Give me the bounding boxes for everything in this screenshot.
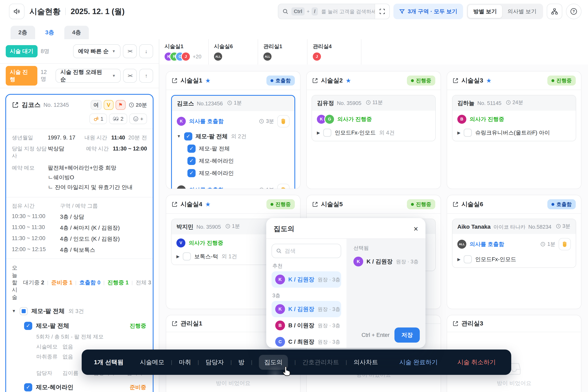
kbd-ctrl: Ctrl bbox=[291, 7, 304, 16]
patient-name: 김하늘 bbox=[457, 99, 474, 107]
room-structure-button[interactable] bbox=[547, 4, 562, 19]
doctor-option[interactable]: K K / 김원장 원장 · 3층 bbox=[272, 271, 341, 288]
star-icon[interactable]: ★ bbox=[346, 77, 351, 84]
action-operating-doctor[interactable]: 집도의 bbox=[259, 355, 288, 370]
ongoing-sort-value: 시술 진행 오래된 순 bbox=[60, 68, 109, 83]
call-status-text: 의사를 호출함 bbox=[470, 240, 504, 248]
doctor-search-field[interactable] bbox=[272, 244, 341, 258]
raise-hand-button[interactable] bbox=[558, 238, 571, 250]
strip-room-name: 관리실1 bbox=[264, 43, 302, 50]
item-checkbox[interactable]: ✓ bbox=[24, 383, 32, 392]
doctor-search-input[interactable] bbox=[284, 248, 337, 254]
caret-right-icon[interactable]: ▶ bbox=[317, 130, 320, 135]
treatment-tree-row[interactable]: ▶ 슈링크유니버스(울트라F) 아이 bbox=[457, 128, 571, 137]
room-card-3[interactable]: 시술실3 ★ 진행중 김하늘 No. 51145 24분 bbox=[447, 71, 582, 189]
action-treatment-memo[interactable]: 시술메모 bbox=[140, 358, 164, 366]
selected-doctor[interactable]: K K / 김원장 원장 · 3층 bbox=[352, 253, 419, 270]
treatment-group-row[interactable]: ▼ 제모-팔 전체 외 3건 bbox=[12, 307, 147, 315]
avatar: K bbox=[354, 257, 363, 266]
action-anesthesia[interactable]: 마취 bbox=[179, 358, 191, 366]
treatment-tree-row[interactable]: ▶ 인모드Fx-인모드 외 4건 bbox=[317, 128, 430, 137]
raise-hand-button[interactable] bbox=[277, 184, 290, 189]
room-patient-card[interactable]: 김하늘 No. 51145 24분 B 의사가 진행중 ▶ bbox=[452, 95, 576, 141]
move-up-button[interactable]: ↑ bbox=[139, 69, 153, 83]
caret-right-icon[interactable]: ▶ bbox=[176, 254, 180, 259]
ongoing-sort-select[interactable]: 시술 진행 오래된 순▼ bbox=[56, 69, 121, 83]
strip-cell[interactable]: 시술실6 ALL bbox=[209, 39, 258, 64]
action-room[interactable]: 방 bbox=[238, 358, 244, 366]
clock-icon bbox=[129, 102, 134, 108]
strip-cell[interactable]: 시술실1 K R O J +20 bbox=[159, 39, 209, 64]
item-checkbox[interactable]: ✓ bbox=[24, 322, 32, 330]
customer-search-input[interactable]: Ctrl + / 를 눌러 고객을 검색하세요 bbox=[278, 4, 390, 19]
caret-down-icon[interactable]: ▼ bbox=[177, 134, 181, 139]
treatment-tree-row[interactable]: ✓제모-헤어라인 bbox=[188, 157, 290, 165]
add-reaction-chip[interactable]: + bbox=[129, 114, 147, 124]
doctor-option[interactable]: C C / 최원장 원장 · 3층 bbox=[272, 334, 341, 348]
complete-treatment-button[interactable]: 시술 완료하기 bbox=[399, 358, 438, 366]
checkbox-unchecked[interactable] bbox=[323, 128, 331, 137]
open-patient-icon[interactable] bbox=[12, 102, 19, 108]
title-divider bbox=[65, 8, 66, 15]
caret-down-icon[interactable]: ▼ bbox=[12, 309, 16, 314]
patient-card[interactable]: 김코스 No. 12345 여 V ⚑ 20분 bbox=[5, 94, 154, 392]
star-icon[interactable]: ★ bbox=[205, 77, 211, 84]
room-card-2[interactable]: 시술실2 ★ 진행중 김유정 No. 35905 11분 bbox=[306, 71, 441, 189]
chevron-down-icon: ▼ bbox=[112, 49, 116, 54]
help-button[interactable]: ? bbox=[566, 4, 582, 19]
sound-toggle-button[interactable] bbox=[9, 4, 24, 19]
reaction-ok-chip[interactable]: 1 bbox=[90, 114, 107, 124]
raise-hand-button[interactable] bbox=[277, 115, 290, 128]
move-down-button[interactable]: ↓ bbox=[139, 44, 153, 58]
action-assignee[interactable]: 담당자 bbox=[206, 358, 224, 366]
room-link-icon bbox=[172, 78, 178, 84]
kbd-slash: / bbox=[312, 7, 318, 16]
room-card-1[interactable]: 시술실1 ★ 호출함 김코스 No.123456 1분 bbox=[166, 71, 300, 189]
room-patient-card[interactable]: 김코스 No.123456 1분 K 의사를 호출함 3분 bbox=[171, 95, 295, 189]
reaction-count: 2 bbox=[120, 116, 123, 122]
zone-filter-button[interactable]: 3개 구역 · 모두 보기 bbox=[394, 4, 463, 19]
expand-search-button[interactable] bbox=[375, 4, 389, 19]
treatment-tree-row[interactable]: ▶ 인모드Fx-인모드 bbox=[457, 255, 571, 264]
reaction-eyes-chip[interactable]: 2 bbox=[109, 114, 127, 124]
checkbox-unchecked[interactable] bbox=[464, 128, 472, 137]
doctor-name: K / 김원장 bbox=[288, 305, 314, 313]
star-icon[interactable]: ★ bbox=[486, 77, 492, 84]
treatment-tree-row[interactable]: ▼ ✓ 제모-팔 전체 외 2건 bbox=[177, 132, 290, 140]
checkbox-checked[interactable]: ✓ bbox=[188, 169, 196, 177]
room-patient-card[interactable]: Aiko Tanaka 아이코 타나카 No.58234 3분 ALL 의사를 … bbox=[452, 219, 576, 268]
star-icon[interactable]: ★ bbox=[205, 201, 211, 208]
tab-floor-4[interactable]: 4층 bbox=[64, 26, 89, 39]
doctor-option[interactable]: K K / 김원장 원장 · 3층 bbox=[272, 301, 341, 317]
action-nursing-chart[interactable]: 간호관리차트 bbox=[302, 358, 339, 366]
group-checkbox[interactable] bbox=[20, 307, 28, 315]
treatment-tree-row[interactable]: ✓제모-헤어라인 bbox=[188, 169, 290, 177]
waiting-sort-select[interactable]: 예약 빠른 순▼ bbox=[73, 44, 120, 58]
save-button[interactable]: 저장 bbox=[394, 328, 420, 342]
tab-floor-2[interactable]: 2층 bbox=[10, 26, 35, 39]
caret-right-icon[interactable]: ▶ bbox=[457, 130, 460, 135]
view-by-doctor-tab[interactable]: 의사별 보기 bbox=[502, 5, 542, 18]
app-root: 시술현황 2025. 12. 1 (월) Ctrl + / 를 눌러 고객을 검… bbox=[0, 0, 588, 392]
close-icon[interactable]: × bbox=[414, 225, 418, 233]
view-by-room-tab[interactable]: 방별 보기 bbox=[468, 5, 502, 18]
checkbox-checked[interactable]: ✓ bbox=[184, 132, 192, 140]
strip-cell[interactable]: 관리실4 J bbox=[308, 39, 362, 64]
tab-floor-3[interactable]: 3층 bbox=[38, 26, 62, 39]
strip-cell[interactable]: 관리실1 ALL bbox=[258, 39, 308, 64]
treatment-tree-row[interactable]: ✓제모-팔 전체 bbox=[188, 144, 290, 153]
checkbox-checked[interactable]: ✓ bbox=[188, 157, 196, 165]
call-event-row: K 의사를 호출함 3분 bbox=[177, 115, 290, 128]
caret-right-icon[interactable]: ▶ bbox=[457, 257, 460, 262]
avatar: ALL bbox=[214, 52, 222, 61]
action-doctor-chart[interactable]: 의사차트 bbox=[354, 358, 378, 366]
room-card-6[interactable]: 시술실6 호출함 Aiko Tanaka 아이코 타나카 No.58234 3분 bbox=[447, 195, 582, 309]
checkbox-unchecked[interactable] bbox=[464, 255, 472, 264]
checkbox-unchecked[interactable] bbox=[183, 252, 191, 260]
collapse-all-button[interactable]: >< bbox=[123, 69, 137, 83]
room-patient-card[interactable]: 김유정 No. 35905 11분 K G 의사가 진행중 bbox=[312, 95, 436, 141]
collapse-all-button[interactable]: >< bbox=[123, 44, 137, 58]
checkbox-checked[interactable]: ✓ bbox=[188, 144, 196, 153]
doctor-option[interactable]: B B / 이원장 원장 · 3층 bbox=[272, 317, 341, 334]
cancel-treatment-button[interactable]: 시술 취소하기 bbox=[457, 358, 496, 366]
